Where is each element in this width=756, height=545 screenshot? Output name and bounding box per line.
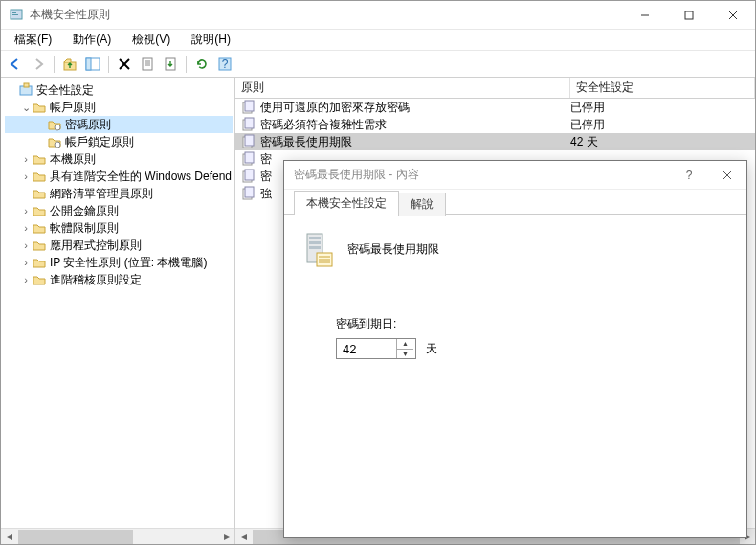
tree-item[interactable]: › 公開金鑰原則 bbox=[5, 202, 233, 219]
spinner-buttons: ▲ ▼ bbox=[396, 339, 413, 358]
svg-rect-2 bbox=[12, 14, 18, 15]
dialog-content: 密碼最長使用期限 密碼到期日: ▲ ▼ 天 bbox=[284, 215, 746, 537]
tree-label: 安全性設定 bbox=[36, 82, 94, 99]
spinner-up-button[interactable]: ▲ bbox=[397, 339, 413, 350]
policy-name: 使用可還原的加密來存放密碼 bbox=[260, 100, 570, 116]
expand-icon[interactable]: › bbox=[20, 170, 32, 182]
scroll-track[interactable] bbox=[17, 529, 218, 545]
tree-item[interactable]: › 本機原則 bbox=[5, 150, 233, 168]
folder-icon bbox=[32, 169, 47, 184]
menu-action[interactable]: 動作(A) bbox=[65, 30, 119, 50]
folder-icon bbox=[32, 238, 47, 253]
tree-item[interactable]: › 應用程式控制原則 bbox=[5, 237, 233, 254]
tree-label: 進階稽核原則設定 bbox=[50, 272, 142, 288]
scroll-thumb[interactable] bbox=[18, 530, 133, 544]
security-root-icon bbox=[18, 82, 33, 98]
policy-name: 密碼最長使用期限 bbox=[260, 134, 570, 150]
server-icon bbox=[301, 230, 334, 268]
show-hide-tree-button[interactable] bbox=[82, 54, 103, 75]
tab-local-security[interactable]: 本機安全性設定 bbox=[294, 191, 399, 215]
dialog-close-button[interactable] bbox=[708, 161, 746, 189]
tree-root[interactable]: 安全性設定 bbox=[5, 81, 233, 99]
svg-rect-39 bbox=[309, 241, 321, 244]
expiry-input[interactable] bbox=[337, 339, 396, 358]
folder-icon bbox=[32, 100, 47, 115]
tree-item-selected[interactable]: 密碼原則 bbox=[5, 116, 233, 133]
svg-rect-26 bbox=[245, 118, 254, 128]
policy-setting: 已停用 bbox=[570, 100, 605, 116]
expand-icon[interactable]: › bbox=[20, 274, 32, 285]
folder-icon bbox=[32, 220, 47, 236]
tree-item[interactable]: 網路清單管理員原則 bbox=[5, 185, 233, 202]
refresh-button[interactable] bbox=[191, 54, 212, 75]
menubar: 檔案(F) 動作(A) 檢視(V) 說明(H) bbox=[1, 30, 755, 51]
scroll-left-icon[interactable]: ◂ bbox=[235, 529, 252, 545]
tree-item[interactable]: › 進階稽核原則設定 bbox=[5, 271, 233, 288]
tree-label: 帳戶原則 bbox=[50, 100, 96, 116]
svg-rect-28 bbox=[245, 135, 254, 146]
export-button[interactable] bbox=[160, 54, 181, 75]
delete-button[interactable] bbox=[114, 54, 135, 75]
svg-rect-9 bbox=[86, 58, 91, 70]
tree-label: 網路清單管理員原則 bbox=[50, 186, 153, 202]
spinner-down-button[interactable]: ▼ bbox=[397, 350, 413, 359]
scroll-right-icon[interactable]: ▸ bbox=[218, 529, 234, 545]
menu-help[interactable]: 說明(H) bbox=[184, 30, 238, 50]
list-row[interactable]: 使用可還原的加密來存放密碼 已停用 bbox=[235, 99, 755, 116]
up-button[interactable] bbox=[59, 54, 80, 75]
tree-h-scrollbar[interactable]: ◂ ▸ bbox=[1, 528, 234, 544]
expiry-spinner[interactable]: ▲ ▼ bbox=[336, 338, 416, 359]
tree-item[interactable]: › 具有進階安全性的 Windows Defend bbox=[5, 168, 233, 185]
minimize-button[interactable] bbox=[623, 1, 667, 29]
expand-icon[interactable]: › bbox=[20, 222, 32, 234]
tree-label: IP 安全性原則 (位置: 本機電腦) bbox=[50, 255, 207, 271]
policy-setting: 已停用 bbox=[570, 117, 605, 133]
tree-item[interactable]: ⌄ 帳戶原則 bbox=[5, 99, 233, 116]
list-row[interactable]: 密碼必須符合複雜性需求 已停用 bbox=[235, 116, 755, 133]
expand-icon[interactable]: › bbox=[20, 153, 32, 165]
tree-item[interactable]: 帳戶鎖定原則 bbox=[5, 133, 233, 150]
svg-point-22 bbox=[55, 142, 60, 148]
maximize-button[interactable] bbox=[667, 1, 711, 29]
expand-icon[interactable]: › bbox=[20, 205, 32, 216]
expiry-label: 密碼到期日: bbox=[336, 316, 729, 332]
policy-icon bbox=[47, 117, 62, 132]
scroll-left-icon[interactable]: ◂ bbox=[1, 529, 17, 545]
policy-item-icon bbox=[241, 151, 256, 167]
tab-explain[interactable]: 解說 bbox=[398, 193, 446, 216]
folder-icon bbox=[32, 203, 47, 218]
forward-button[interactable] bbox=[28, 54, 49, 75]
window-title: 本機安全性原則 bbox=[30, 7, 623, 23]
menu-view[interactable]: 檢視(V) bbox=[124, 30, 178, 50]
svg-point-21 bbox=[55, 125, 60, 130]
menu-file[interactable]: 檔案(F) bbox=[7, 30, 59, 50]
folder-icon bbox=[32, 186, 47, 201]
tree-item[interactable]: › 軟體限制原則 bbox=[5, 219, 233, 237]
expand-icon[interactable]: › bbox=[20, 257, 32, 268]
list-header: 原則 安全性設定 bbox=[235, 78, 755, 99]
tree-label: 帳戶鎖定原則 bbox=[65, 134, 134, 150]
column-setting[interactable]: 安全性設定 bbox=[570, 78, 755, 98]
tree-item[interactable]: › IP 安全性原則 (位置: 本機電腦) bbox=[5, 254, 233, 271]
close-button[interactable] bbox=[711, 1, 755, 29]
expand-icon[interactable]: › bbox=[20, 239, 32, 251]
back-button[interactable] bbox=[5, 54, 26, 75]
dialog-help-button[interactable]: ? bbox=[670, 161, 708, 189]
dialog-title: 密碼最長使用期限 - 內容 bbox=[294, 167, 670, 183]
dialog-heading-row: 密碼最長使用期限 bbox=[301, 230, 729, 268]
tree-label: 本機原則 bbox=[50, 151, 96, 168]
svg-rect-38 bbox=[309, 237, 321, 239]
svg-rect-12 bbox=[143, 58, 152, 70]
properties-button[interactable] bbox=[137, 54, 158, 75]
dialog-titlebar: 密碼最長使用期限 - 內容 ? bbox=[284, 161, 746, 190]
svg-rect-40 bbox=[309, 246, 321, 249]
app-icon bbox=[9, 8, 24, 23]
column-policy[interactable]: 原則 bbox=[235, 78, 570, 98]
collapse-icon[interactable]: ⌄ bbox=[20, 102, 32, 114]
list-row-selected[interactable]: 密碼最長使用期限 42 天 bbox=[235, 133, 755, 150]
separator bbox=[108, 56, 109, 73]
help-button[interactable]: ? bbox=[214, 54, 235, 75]
svg-rect-24 bbox=[245, 101, 254, 111]
folder-icon bbox=[32, 272, 47, 287]
separator bbox=[54, 56, 55, 73]
